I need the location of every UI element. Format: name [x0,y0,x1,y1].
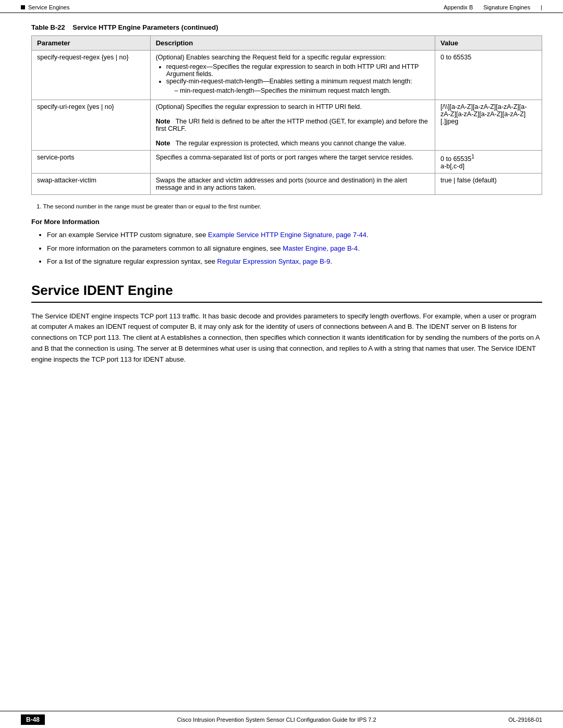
header-title: Signature Engines [483,4,530,10]
value-cell: true | false (default) [435,174,542,195]
col-header-value: Value [435,36,542,51]
desc-cell: (Optional) Specifies the regular express… [150,100,435,151]
header-square-icon [21,5,25,9]
more-info-link-1[interactable]: Example Service HTTP Engine Signature, p… [208,231,366,239]
more-info-text-2: For more information on the parameters c… [47,244,283,252]
list-item: For a list of the signature regular expr… [47,256,542,267]
param-cell: specify-request-regex {yes | no} [32,51,151,100]
more-info-text-1: For an example Service HTTP custom signa… [47,231,208,239]
note-label: Note [156,140,170,147]
table-caption-italic: Table B-22 [31,23,65,31]
col-header-parameter: Parameter [32,36,151,51]
table-row: specify-request-regex {yes | no} (Option… [32,51,542,100]
section-heading: Service IDENT Engine [31,282,542,303]
more-info-text-3: For a list of the signature regular expr… [47,257,217,265]
footer-center-text: Cisco Intrusion Prevention System Sensor… [55,717,498,723]
list-item: For an example Service HTTP custom signa… [47,230,542,240]
desc-cell: Specifies a comma-separated list of port… [150,151,435,174]
header-left: Service Engines [21,4,70,10]
col-header-description: Description [150,36,435,51]
header-right: Appendix B Signature Engines | [444,4,542,10]
footer-right-text: OL-29168-01 [508,717,542,723]
table-footnote: 1. The second number in the range must b… [31,203,542,209]
param-cell: specify-uri-regex {yes | no} [32,100,151,151]
more-info-list: For an example Service HTTP custom signa… [31,230,542,267]
note-block-1: Note The URI field is defined to be afte… [156,118,428,132]
desc-bullet-list: request-regex—Specifies the regular expr… [156,63,430,94]
more-info-link-2[interactable]: Master Engine, page B-4 [283,244,358,252]
more-info-link-3[interactable]: Regular Expression Syntax, page B-9 [217,257,331,265]
param-table: Parameter Description Value specify-requ… [31,35,542,195]
param-cell: service-ports [32,151,151,174]
desc-main-text: (Optional) Specifies the regular express… [156,103,362,110]
value-cell: [/\\][a-zA-Z][a-zA-Z][a-zA-Z][a-zA-Z][a-… [435,100,542,151]
more-info-period-2: . [358,244,360,252]
table-caption-bold: Service HTTP Engine Parameters (continue… [72,23,218,31]
desc-cell: (Optional) Enables searching the Request… [150,51,435,100]
sub-bullet-list: min-request-match-length—Specifies the m… [166,87,430,94]
table-row: specify-uri-regex {yes | no} (Optional) … [32,100,542,151]
desc-main-text: (Optional) Enables searching the Request… [156,54,386,61]
list-item: request-regex—Specifies the regular expr… [166,63,430,78]
list-item: specify-min-request-match-length—Enables… [166,78,430,94]
more-info-period-3: . [330,257,332,265]
more-info-period-1: . [366,231,369,239]
note-label: Note [156,118,170,125]
footer-page-number: B-48 [21,714,45,725]
param-cell: swap-attacker-victim [32,174,151,195]
desc-cell: Swaps the attacker and victim addresses … [150,174,435,195]
list-item: For more information on the parameters c… [47,243,542,254]
page-footer: B-48 Cisco Intrusion Prevention System S… [0,711,563,728]
section-body: The Service IDENT engine inspects TCP po… [31,311,542,365]
value-cell: 0 to 65535 [435,51,542,100]
header-section-label: Service Engines [28,4,70,10]
list-item: min-request-match-length—Specifies the m… [175,87,430,94]
note-block-2: Note The regular expression is protected… [156,140,407,147]
table-caption: Table B-22 Service HTTP Engine Parameter… [31,23,542,31]
header-appendix: Appendix B [444,4,473,10]
value-cell: 0 to 655351a-b[,c-d] [435,151,542,174]
table-row: swap-attacker-victim Swaps the attacker … [32,174,542,195]
header-bar: | [541,4,542,10]
more-info-section: For More Information For an example Serv… [31,218,542,267]
more-info-title: For More Information [31,218,542,226]
main-content: Table B-22 Service HTTP Engine Parameter… [0,13,563,392]
page-header: Service Engines Appendix B Signature Eng… [0,0,563,13]
table-row: service-ports Specifies a comma-separate… [32,151,542,174]
